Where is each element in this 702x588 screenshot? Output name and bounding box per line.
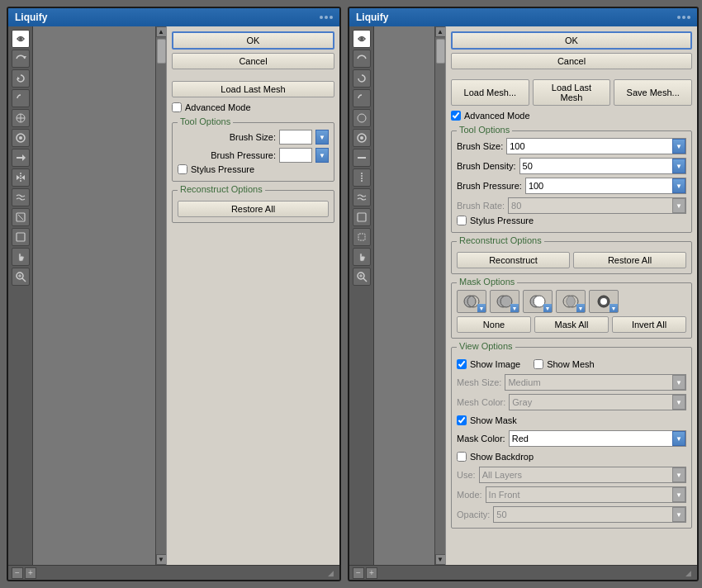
r-push-btn[interactable] bbox=[353, 149, 371, 167]
mask-invert-arrow[interactable]: ▼ bbox=[610, 304, 618, 312]
left-stylus-pressure-checkbox[interactable] bbox=[178, 164, 187, 174]
left-zoom-plus[interactable]: + bbox=[25, 567, 36, 579]
load-mesh-btn[interactable]: Load Mesh... bbox=[451, 79, 529, 106]
r-twirl-ccw-btn[interactable] bbox=[353, 89, 371, 107]
left-tool-options-label: Tool Options bbox=[178, 116, 233, 126]
mesh-size-label: Mesh Size: bbox=[457, 377, 501, 387]
mask-color-label: Mask Color: bbox=[457, 434, 505, 443]
left-cancel-btn[interactable]: Cancel bbox=[172, 53, 334, 69]
invert-all-btn[interactable]: Invert All bbox=[612, 316, 686, 333]
right-ok-btn[interactable]: OK bbox=[451, 31, 692, 50]
mesh-size-row: Mesh Size: Medium ▼ bbox=[457, 374, 686, 391]
use-value: All Layers bbox=[480, 467, 672, 482]
right-brush-pressure-dropdown[interactable]: ▼ bbox=[672, 178, 685, 193]
pucker-btn[interactable] bbox=[12, 109, 30, 127]
left-scrollbar-v[interactable]: ▲ ▼ bbox=[155, 26, 166, 565]
freeze-btn[interactable] bbox=[12, 208, 30, 226]
right-load-last-mesh-btn[interactable]: Load Last Mesh bbox=[533, 79, 611, 106]
mask-all-btn[interactable]: Mask All bbox=[534, 316, 609, 333]
right-resize-handle[interactable]: ◢ bbox=[685, 569, 694, 577]
twirl-ccw-btn[interactable] bbox=[12, 89, 30, 107]
opacity-row: Opacity: 50 ▼ bbox=[457, 506, 686, 523]
mask-intersect-arrow[interactable]: ▼ bbox=[576, 304, 585, 312]
scroll-thumb[interactable] bbox=[157, 39, 166, 64]
r-reconstruct-btn[interactable] bbox=[353, 50, 371, 68]
scroll-up[interactable]: ▲ bbox=[156, 26, 167, 37]
left-load-last-mesh-btn[interactable]: Load Last Mesh bbox=[172, 81, 334, 97]
r-pucker-btn[interactable] bbox=[353, 109, 371, 127]
right-scrollbar-v[interactable]: ▲ ▼ bbox=[434, 26, 445, 565]
show-mesh-checkbox[interactable] bbox=[534, 359, 543, 369]
show-backdrop-checkbox[interactable] bbox=[457, 452, 467, 462]
left-ok-btn[interactable]: OK bbox=[172, 31, 334, 50]
scroll-down[interactable]: ▼ bbox=[156, 554, 167, 565]
mesh-color-dropdown: ▼ bbox=[672, 395, 685, 410]
r-bloat-btn[interactable] bbox=[353, 129, 371, 147]
none-btn[interactable]: None bbox=[457, 316, 531, 333]
bloat-btn[interactable] bbox=[12, 129, 30, 147]
mask-replace-btn[interactable]: ▼ bbox=[457, 290, 486, 313]
r-turbulence-btn[interactable] bbox=[353, 188, 371, 206]
right-stylus-pressure-checkbox[interactable] bbox=[457, 216, 467, 225]
show-image-label: Show Image bbox=[470, 359, 520, 369]
mask-add-btn[interactable]: ▼ bbox=[490, 290, 519, 313]
reconstruct-tool-btn[interactable] bbox=[12, 50, 30, 68]
right-zoom-minus[interactable]: − bbox=[353, 567, 364, 579]
r-hand-btn[interactable] bbox=[353, 248, 371, 266]
mask-color-dropdown[interactable]: ▼ bbox=[672, 431, 685, 446]
right-restore-all-btn[interactable]: Restore All bbox=[573, 252, 686, 268]
r-scroll-up[interactable]: ▲ bbox=[435, 26, 446, 37]
turbulence-btn[interactable] bbox=[12, 188, 30, 206]
right-cancel-btn[interactable]: Cancel bbox=[451, 53, 692, 69]
warp-tool-btn[interactable] bbox=[12, 30, 30, 48]
svg-point-41 bbox=[600, 298, 607, 305]
mask-subtract-arrow[interactable]: ▼ bbox=[543, 304, 552, 312]
show-mask-checkbox[interactable] bbox=[457, 415, 467, 425]
mirror-btn[interactable] bbox=[12, 168, 30, 187]
hand-btn[interactable] bbox=[12, 248, 30, 266]
left-brush-pressure-arrow[interactable]: ▼ bbox=[315, 148, 329, 163]
left-titlebar: Liquify bbox=[8, 8, 339, 26]
mask-add-arrow[interactable]: ▼ bbox=[510, 304, 519, 312]
left-brush-size-arrow[interactable]: ▼ bbox=[315, 130, 329, 145]
svg-point-18 bbox=[360, 37, 363, 40]
right-reconstruct-btn[interactable]: Reconstruct bbox=[457, 252, 570, 268]
right-zoom-plus[interactable]: + bbox=[366, 567, 377, 579]
right-brush-rate-dropdown: ▼ bbox=[672, 198, 685, 213]
left-restore-all-btn[interactable]: Restore All bbox=[178, 201, 329, 217]
left-brush-pressure-input[interactable]: 100 bbox=[279, 148, 312, 163]
mask-options: Mask Options ▼ ▼ ▼ bbox=[451, 282, 692, 339]
left-brush-size-label: Brush Size: bbox=[230, 132, 276, 142]
right-reconstruct-label: Reconstruct Options bbox=[457, 235, 544, 245]
r-scroll-thumb[interactable] bbox=[436, 39, 445, 64]
right-brush-rate-label: Brush Rate: bbox=[457, 201, 505, 211]
mask-replace-arrow[interactable]: ▼ bbox=[477, 304, 486, 312]
opacity-value: 50 bbox=[494, 507, 672, 522]
r-mirror-btn[interactable] bbox=[353, 168, 371, 187]
show-image-checkbox[interactable] bbox=[457, 359, 467, 369]
right-brush-size-dropdown[interactable]: ▼ bbox=[672, 139, 685, 154]
zoom-btn[interactable] bbox=[12, 268, 30, 286]
push-left-btn[interactable] bbox=[12, 149, 30, 167]
mask-subtract-btn[interactable]: ▼ bbox=[523, 290, 553, 313]
svg-marker-9 bbox=[22, 154, 26, 161]
left-brush-size-input[interactable]: 100 bbox=[279, 130, 312, 145]
r-freeze-btn[interactable] bbox=[353, 208, 371, 226]
right-brush-density-dropdown[interactable]: ▼ bbox=[672, 159, 685, 173]
r-twirl-cw-btn[interactable] bbox=[353, 69, 371, 88]
mask-intersect-btn[interactable]: ▼ bbox=[556, 290, 586, 313]
svg-rect-22 bbox=[358, 157, 366, 159]
thaw-btn[interactable] bbox=[12, 228, 30, 246]
left-zoom-minus[interactable]: − bbox=[12, 567, 23, 579]
r-scroll-down[interactable]: ▼ bbox=[435, 554, 446, 565]
r-thaw-btn[interactable] bbox=[353, 228, 371, 246]
mask-invert-btn[interactable]: ▼ bbox=[589, 290, 619, 313]
r-warp-tool-btn[interactable] bbox=[353, 30, 371, 48]
r-zoom-btn[interactable] bbox=[353, 268, 371, 286]
save-mesh-btn[interactable]: Save Mesh... bbox=[614, 79, 692, 106]
right-reconstruct-options: Reconstruct Options Reconstruct Restore … bbox=[451, 241, 692, 274]
left-advanced-mode-checkbox[interactable] bbox=[172, 102, 182, 112]
right-advanced-mode-checkbox[interactable] bbox=[451, 111, 461, 121]
left-resize-handle[interactable]: ◢ bbox=[328, 569, 336, 577]
twirl-cw-btn[interactable] bbox=[12, 69, 30, 88]
